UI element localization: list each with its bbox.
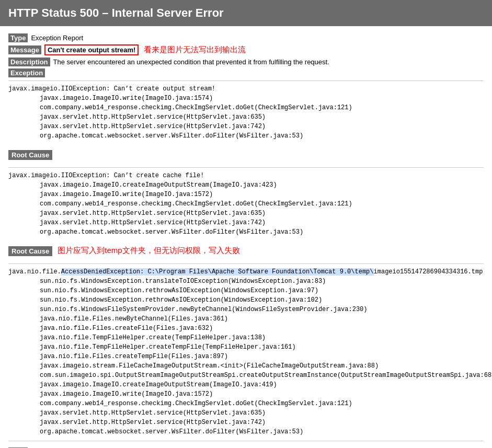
- root-cause-2-section: Root Cause 图片应写入到temp文件夹，但无访问权限，写入失败 jav…: [8, 241, 484, 436]
- message-label: Message: [8, 45, 41, 54]
- rc2-line-3: sun.nio.fs.WindowsException.rethrowAsIOE…: [8, 295, 484, 305]
- divider-2: [8, 167, 484, 168]
- rc2-line-9: java.nio.file.Files.createTempFile(Files…: [8, 352, 484, 361]
- header-bar: HTTP Status 500 – Internal Server Error: [0, 0, 492, 26]
- divider-1: [8, 81, 484, 81]
- root-cause-1-label-row: Root Cause: [8, 145, 484, 164]
- rc2-line-12: javax.imageio.ImageIO.createImageOutputS…: [8, 380, 484, 389]
- rc2-line-11: com.sun.imageio.spi.OutputStreamImageOut…: [8, 371, 484, 380]
- rc2-line-1: sun.nio.fs.WindowsException.translateToI…: [8, 277, 484, 286]
- type-label: Type: [8, 33, 28, 42]
- root-cause-2-label: Root Cause: [8, 246, 52, 256]
- type-value: Exception Report: [31, 34, 83, 42]
- divider-3: [8, 263, 484, 264]
- rc2-suffix: imageio155147286904334316.tmp: [374, 268, 483, 275]
- rc2-prefix: java.nio.file.: [8, 268, 61, 275]
- rc1-line-0: javax.imageio.IIOException: Can’t create…: [8, 171, 484, 180]
- rc1-line-3: com.company.web14_response.checkimg.Chec…: [8, 199, 484, 209]
- rc2-line-6: java.nio.file.Files.createFile(Files.jav…: [8, 324, 484, 333]
- root-cause-2-label-row: Root Cause 图片应写入到temp文件夹，但无访问权限，写入失败: [8, 241, 484, 260]
- rc1-line-6: org.apache.tomcat.websocket.server.WsFil…: [8, 227, 484, 237]
- rc1-line-4: javax.servlet.http.HttpServlet.service(H…: [8, 209, 484, 218]
- description-row: Description The server encountered an un…: [8, 58, 484, 66]
- exception-line-5: org.apache.tomcat.websocket.server.WsFil…: [8, 131, 484, 141]
- rc2-line-10: javax.imageio.stream.FileCacheImageOutpu…: [8, 361, 484, 371]
- description-value: The server encountered an unexpected con…: [53, 58, 329, 66]
- message-row: Message Can't create output stream! 看来是图…: [8, 44, 484, 55]
- divider-4: [8, 441, 484, 441]
- root-cause-1-block: javax.imageio.IIOException: Can’t create…: [8, 171, 484, 237]
- exception-line-4: javax.servlet.http.HttpServlet.service(H…: [8, 122, 484, 131]
- exception-block: javax.imageio.IIOException: Can’t create…: [8, 84, 484, 141]
- root-cause-2-block: java.nio.file.AccessDeniedException: C:\…: [8, 267, 484, 436]
- exception-row: Exception: [8, 68, 484, 77]
- type-row: Type Exception Report: [8, 33, 484, 42]
- root-cause-1-label: Root Cause: [8, 150, 52, 160]
- rc2-line-14: com.company.web14_response.checkimg.Chec…: [8, 399, 484, 408]
- rc2-line-2: sun.nio.fs.WindowsException.rethrowAsIOE…: [8, 286, 484, 295]
- exception-line-0: javax.imageio.IIOException: Can’t create…: [8, 84, 484, 94]
- rc2-line-5: java.nio.file.Files.newByteChannel(Files…: [8, 314, 484, 324]
- rc1-line-5: javax.servlet.http.HttpServlet.service(H…: [8, 218, 484, 227]
- message-annotation: 看来是图片无法写出到输出流: [144, 45, 246, 55]
- rc2-line-13: javax.imageio.ImageIO.write(ImageIO.java…: [8, 389, 484, 399]
- rc2-line-17: org.apache.tomcat.websocket.server.WsFil…: [8, 427, 484, 436]
- root-cause-1-section: Root Cause javax.imageio.IIOException: C…: [8, 145, 484, 237]
- rc1-line-2: javax.imageio.ImageIO.write(ImageIO.java…: [8, 190, 484, 199]
- rc2-highlight: AccessDeniedException: C:\Program Files\…: [61, 268, 374, 275]
- root-cause-2-annotation: 图片应写入到temp文件夹，但无访问权限，写入失败: [58, 246, 239, 256]
- rc1-line-1: javax.imageio.ImageIO.createImageOutputS…: [8, 180, 484, 190]
- rc2-line-7: java.nio.file.TempFileHelper.create(Temp…: [8, 333, 484, 342]
- rc2-line-15: javax.servlet.http.HttpServlet.service(H…: [8, 408, 484, 418]
- exception-line-3: javax.servlet.http.HttpServlet.service(H…: [8, 112, 484, 122]
- header-title: HTTP Status 500 – Internal Server Error: [8, 6, 224, 19]
- exception-label: Exception: [8, 68, 45, 77]
- exception-line-2: com.company.web14_response.checkimg.Chec…: [8, 103, 484, 112]
- rc2-line-8: java.nio.file.TempFileHelper.createTempF…: [8, 342, 484, 352]
- rc2-line-4: sun.nio.fs.WindowsFileSystemProvider.new…: [8, 305, 484, 314]
- description-label: Description: [8, 58, 50, 66]
- rc2-line-0: java.nio.file.AccessDeniedException: C:\…: [8, 267, 484, 277]
- rc2-line-16: javax.servlet.http.HttpServlet.service(H…: [8, 418, 484, 427]
- message-value: Can't create output stream!: [44, 44, 139, 55]
- exception-line-1: javax.imageio.ImageIO.write(ImageIO.java…: [8, 94, 484, 103]
